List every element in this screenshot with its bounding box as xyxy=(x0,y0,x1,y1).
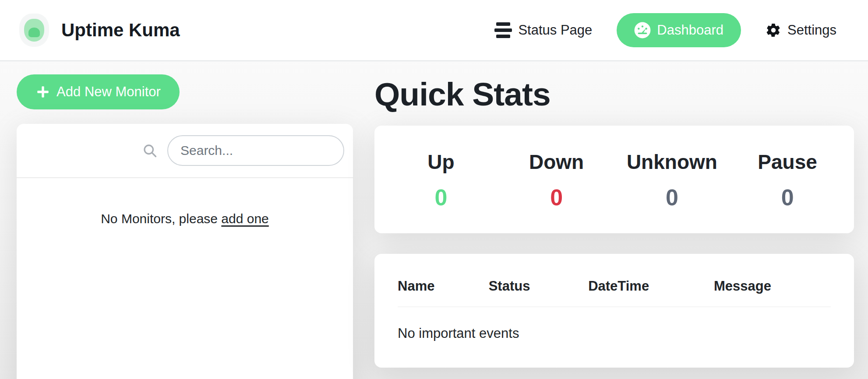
uptime-kuma-logo-icon xyxy=(19,14,49,47)
navbar-menu: Status Page Dashboard Settings xyxy=(494,0,836,60)
stat-up: Up 0 xyxy=(383,150,499,208)
dashboard-label: Dashboard xyxy=(657,22,723,38)
events-col-name: Name xyxy=(398,278,489,294)
app-title: Uptime Kuma xyxy=(61,20,180,41)
plus-icon xyxy=(35,84,50,99)
events-col-datetime: DateTime xyxy=(588,278,714,294)
add-new-monitor-button[interactable]: Add New Monitor xyxy=(17,74,180,109)
no-events-message: No important events xyxy=(398,307,831,341)
stat-unknown: Unknown 0 xyxy=(614,150,730,208)
stat-pause-value: 0 xyxy=(730,186,845,209)
settings-label: Settings xyxy=(787,22,836,38)
stat-down: Down 0 xyxy=(499,150,614,208)
events-col-status: Status xyxy=(489,278,588,294)
stat-down-value: 0 xyxy=(499,186,614,209)
stat-up-label: Up xyxy=(383,150,499,174)
stat-pause-label: Pause xyxy=(730,150,845,174)
status-page-label: Status Page xyxy=(518,22,592,38)
dashboard-button[interactable]: Dashboard xyxy=(617,13,741,47)
stat-up-value: 0 xyxy=(383,186,499,209)
stat-down-label: Down xyxy=(499,150,614,174)
status-page-link[interactable]: Status Page xyxy=(494,22,592,38)
stat-pause: Pause 0 xyxy=(730,150,845,208)
add-new-monitor-label: Add New Monitor xyxy=(56,84,161,100)
page-title: Quick Stats xyxy=(374,75,550,113)
tachometer-icon xyxy=(634,22,651,39)
uptime-kuma-dashboard-page: Uptime Kuma Status Page Dashboard xyxy=(0,0,868,379)
top-navbar: Uptime Kuma Status Page Dashboard xyxy=(0,0,868,61)
quick-stats-card: Up 0 Down 0 Unknown 0 Pause 0 xyxy=(374,126,854,233)
search-input[interactable] xyxy=(167,135,344,166)
no-monitors-text: No Monitors, please xyxy=(101,211,218,226)
settings-link[interactable]: Settings xyxy=(766,22,836,38)
search-icon xyxy=(142,143,158,158)
home-link[interactable]: Uptime Kuma xyxy=(19,0,180,60)
events-col-message: Message xyxy=(714,278,831,294)
monitor-search-row xyxy=(17,124,353,178)
stream-icon xyxy=(494,22,512,38)
events-table-header: Name Status DateTime Message xyxy=(398,278,831,307)
gear-icon xyxy=(766,22,781,38)
stat-unknown-value: 0 xyxy=(614,186,730,209)
important-events-card: Name Status DateTime Message No importan… xyxy=(374,254,854,368)
no-monitors-message: No Monitors, please add one xyxy=(17,211,353,226)
stat-unknown-label: Unknown xyxy=(614,150,730,174)
add-one-link[interactable]: add one xyxy=(221,211,268,226)
monitor-list-panel: No Monitors, please add one xyxy=(17,124,353,379)
